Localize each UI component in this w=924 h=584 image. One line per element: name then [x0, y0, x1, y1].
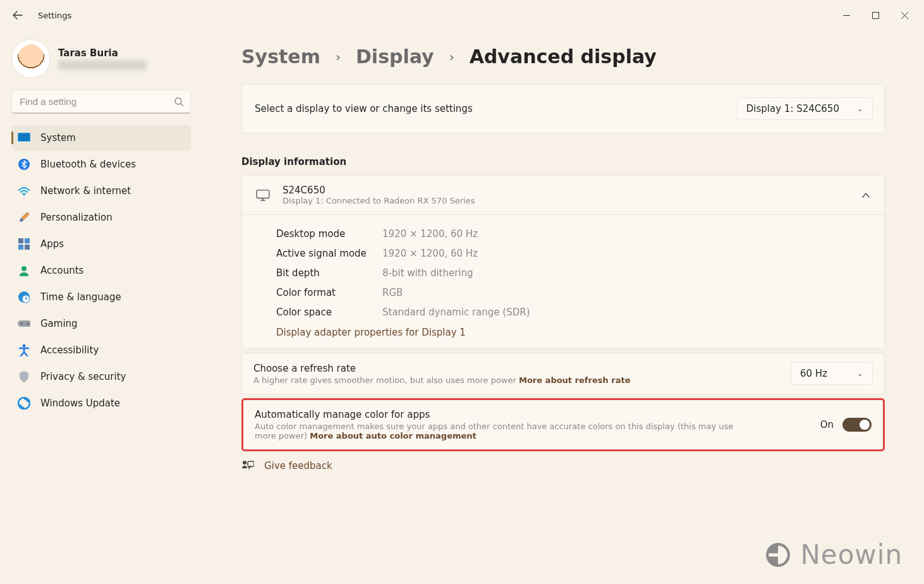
person-icon [18, 264, 30, 277]
svg-point-23 [243, 461, 246, 465]
select-display-prompt: Select a display to view or change its s… [255, 103, 473, 114]
auto-color-more-link[interactable]: More about auto color management [310, 431, 477, 441]
info-row: Desktop mode1920 × 1200, 60 Hz [276, 224, 870, 243]
sidebar-item-gaming[interactable]: Gaming [11, 311, 191, 336]
svg-point-2 [175, 98, 181, 104]
svg-point-18 [23, 344, 26, 348]
display-selector-value: Display 1: S24C650 [746, 103, 839, 114]
info-row: Color spaceStandard dynamic range (SDR) [276, 302, 870, 322]
sidebar-item-accounts[interactable]: Accounts [11, 258, 191, 283]
sidebar-item-label: Bluetooth & devices [40, 159, 136, 170]
refresh-rate-desc: A higher rate gives smoother motion, but… [253, 375, 630, 385]
monitor-icon [256, 190, 270, 201]
sidebar-item-label: Accounts [40, 265, 83, 276]
minimize-button[interactable] [832, 3, 861, 28]
window-controls [832, 3, 919, 28]
sidebar-item-label: Windows Update [40, 398, 120, 409]
paintbrush-icon [18, 211, 30, 224]
crumb-display[interactable]: Display [356, 46, 434, 68]
auto-color-desc: Auto color management makes sure your ap… [255, 422, 748, 441]
sidebar-item-update[interactable]: Windows Update [11, 391, 191, 416]
display-name: S24C650 [283, 185, 849, 196]
nav: System Bluetooth & devices Network & int… [11, 125, 191, 416]
sidebar: Taras Buria System Bluetooth & devices N… [0, 30, 202, 584]
svg-line-3 [181, 104, 183, 106]
app-title: Settings [38, 11, 71, 20]
refresh-rate-card: Choose a refresh rate A higher rate give… [241, 353, 885, 394]
search-input[interactable] [18, 95, 174, 107]
give-feedback-link[interactable]: Give feedback [241, 460, 885, 471]
svg-point-12 [21, 266, 27, 271]
svg-rect-8 [18, 238, 23, 243]
sidebar-item-label: Apps [40, 238, 64, 250]
bluetooth-icon [18, 158, 30, 171]
arrow-left-icon [13, 10, 23, 20]
gamepad-icon [18, 317, 30, 330]
accessibility-icon [18, 344, 30, 356]
sidebar-item-network[interactable]: Network & internet [11, 178, 191, 204]
display-selector-dropdown[interactable]: Display 1: S24C650 ⌄ [737, 97, 873, 120]
sidebar-item-time[interactable]: Time & language [11, 284, 191, 310]
display-connection: Display 1: Connected to Radeon RX 570 Se… [283, 196, 849, 205]
svg-point-16 [21, 323, 23, 325]
crumb-system[interactable]: System [241, 46, 320, 68]
refresh-rate-dropdown[interactable]: 60 Hz ⌄ [791, 362, 873, 385]
chevron-down-icon: ⌄ [857, 104, 863, 113]
section-display-information: Display information [241, 156, 885, 167]
update-icon [18, 397, 30, 410]
minimize-icon [843, 12, 850, 19]
svg-rect-1 [872, 12, 878, 18]
select-display-card: Select a display to view or change its s… [241, 84, 885, 133]
sidebar-item-label: Personalization [40, 212, 112, 223]
maximize-button[interactable] [861, 3, 890, 28]
feedback-label: Give feedback [264, 460, 332, 471]
sidebar-item-label: Gaming [40, 318, 78, 329]
display-info-header[interactable]: S24C650 Display 1: Connected to Radeon R… [242, 176, 884, 215]
svg-rect-24 [248, 461, 254, 466]
sidebar-item-bluetooth[interactable]: Bluetooth & devices [11, 152, 191, 177]
svg-rect-5 [18, 133, 30, 141]
adapter-properties-link[interactable]: Display adapter properties for Display 1 [276, 327, 870, 338]
page-title: Advanced display [470, 46, 657, 68]
search-box[interactable] [11, 90, 191, 114]
refresh-rate-more-link[interactable]: More about refresh rate [519, 375, 630, 385]
info-row: Bit depth8-bit with dithering [276, 263, 870, 283]
sidebar-item-label: System [40, 132, 76, 143]
svg-point-7 [23, 195, 25, 196]
svg-point-17 [27, 323, 29, 325]
info-row: Color formatRGB [276, 283, 870, 302]
svg-rect-11 [25, 245, 30, 250]
sidebar-item-system[interactable]: System [11, 125, 191, 150]
sidebar-item-privacy[interactable]: Privacy & security [11, 364, 191, 389]
sidebar-item-label: Privacy & security [40, 371, 126, 382]
profile-block[interactable]: Taras Buria [11, 39, 191, 78]
auto-color-toggle-label: On [820, 419, 834, 430]
avatar [11, 39, 51, 78]
breadcrumb: System › Display › Advanced display [241, 46, 885, 68]
close-icon [901, 12, 908, 19]
display-info-card: S24C650 Display 1: Connected to Radeon R… [241, 175, 885, 349]
back-button[interactable] [5, 3, 30, 28]
refresh-rate-title: Choose a refresh rate [253, 363, 630, 374]
sidebar-item-label: Network & internet [40, 185, 131, 197]
close-button[interactable] [890, 3, 919, 28]
sidebar-item-label: Time & language [40, 291, 121, 303]
sidebar-item-personalization[interactable]: Personalization [11, 205, 191, 230]
auto-color-toggle[interactable] [842, 418, 872, 432]
clock-globe-icon [18, 291, 30, 303]
search-icon [174, 97, 184, 107]
shield-icon [18, 370, 30, 383]
main-content: System › Display › Advanced display Sele… [202, 30, 924, 584]
display-info-body: Desktop mode1920 × 1200, 60 Hz Active si… [242, 215, 884, 348]
wifi-icon [18, 185, 30, 197]
maximize-icon [872, 12, 879, 19]
feedback-icon [241, 460, 254, 471]
svg-rect-20 [257, 190, 269, 198]
apps-icon [18, 238, 30, 250]
system-icon [18, 131, 30, 144]
sidebar-item-accessibility[interactable]: Accessibility [11, 338, 191, 363]
profile-name: Taras Buria [58, 47, 147, 59]
sidebar-item-apps[interactable]: Apps [11, 231, 191, 257]
auto-color-title: Automatically manage color for apps [255, 409, 748, 420]
titlebar: Settings [0, 0, 924, 30]
